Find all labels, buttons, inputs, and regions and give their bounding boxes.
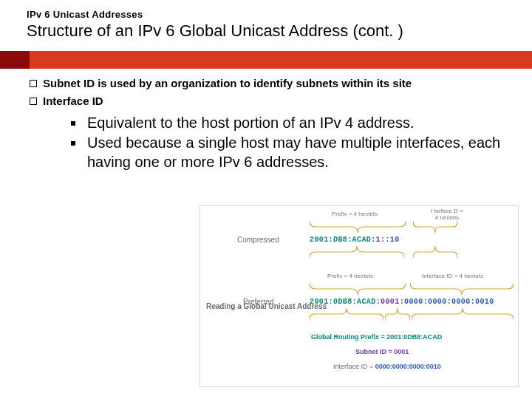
bracket-subnet-under (385, 308, 410, 320)
caption-prefix-top: Prefix = 4 hextets (332, 211, 378, 217)
addr-preferred: 2001:0DB8:ACAD:0001:0000:0000:0000:0010 (310, 298, 494, 306)
subbullet-equivalent: Equivalent to the host portion of an IPv… (66, 114, 513, 133)
subbullet-used-because: Used because a single host may have mult… (66, 134, 513, 171)
caption-interface-top: I terface D = 4 hextets (431, 208, 463, 221)
addr-preferred-subnet: :0001: (376, 298, 404, 306)
bracket-prefix-over-preferred (310, 283, 406, 295)
addr-compressed-subnet: :1: (371, 236, 385, 244)
caption-prefix-mid: Prefix = 4 hextets (327, 273, 373, 279)
eq-interface-id: Interface ID = 0000:0000:0000:0010 (333, 363, 441, 370)
bracket-interface-over-preferred (410, 283, 514, 295)
accent-bar (0, 51, 532, 69)
bullet-interface-id: Interface ID (19, 94, 513, 109)
addr-compressed-prefix: 2001:DB8:ACAD (310, 236, 371, 244)
eq-iid-label: Interface ID = (333, 363, 373, 370)
bullet-subnet-id: Subnet ID is used by an organization to … (19, 76, 513, 91)
address-diagram: Prefix = 4 hextets I terface D = 4 hexte… (200, 205, 519, 387)
eq-sub-val: 0001 (394, 348, 409, 355)
eq-iid-val: 0000:0000:0000:0010 (375, 363, 441, 370)
bracket-prefix-under-compressed (310, 246, 404, 258)
bracket-interface-top (413, 221, 457, 233)
caption-interface-mid: Interface ID = 4 hextets (422, 273, 483, 279)
label-compressed: Compressed (237, 236, 279, 244)
eq-grp-val: 2001:0DB8:ACAD (386, 333, 442, 341)
addr-compressed: 2001:DB8:ACAD:1::10 (310, 236, 400, 244)
bracket-interface-under-compressed (413, 246, 457, 258)
addr-compressed-iid: :10 (385, 236, 399, 244)
addr-preferred-iid: 0000:0000:0000:0010 (404, 298, 494, 306)
eq-global-routing-prefix: Global Routing Prefix = 2001:0DB8:ACAD (311, 333, 442, 341)
bracket-prefix-top (310, 221, 406, 233)
reading-caption: Reading a Global Unicast Address (206, 302, 327, 310)
slide-title: Structure of an IPv 6 Global Unicast Add… (27, 21, 505, 41)
eq-subnet-id: Subnet ID = 0001 (355, 348, 409, 355)
eq-grp-label: Global Routing Prefix = (311, 333, 385, 341)
bracket-iid-under (412, 308, 514, 320)
eq-sub-label: Subnet ID = (355, 348, 392, 355)
slide-supertitle: IPv 6 Unicast Addresses (27, 9, 505, 20)
